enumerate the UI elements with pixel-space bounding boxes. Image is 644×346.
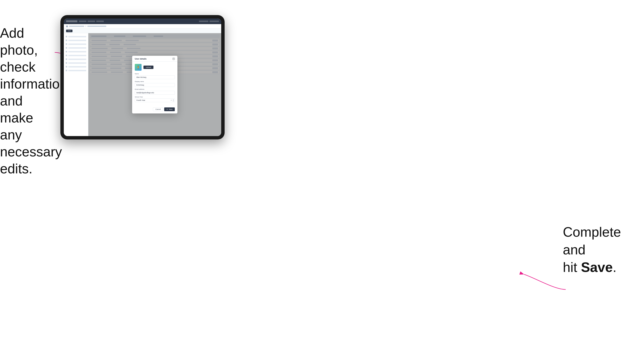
name-field-group: Name xyxy=(135,73,175,79)
sidebar-item-5[interactable] xyxy=(64,50,88,53)
breadcrumb-text-2 xyxy=(88,26,106,27)
sidebar-icon-1 xyxy=(66,36,67,37)
left-annotation: Add photo, check information and make an… xyxy=(0,24,58,177)
school-year-label: School Year xyxy=(135,96,175,98)
toolbar-button[interactable]: Users xyxy=(66,30,72,32)
content-area: User details × 🧍 xyxy=(64,33,221,136)
modal-body: 🧍 Upload Name xyxy=(132,62,178,106)
sidebar xyxy=(64,33,88,136)
modal-overlay: User details × 🧍 xyxy=(88,33,221,136)
header-right-item-2 xyxy=(210,20,219,22)
right-annotation: Complete and hit Save. xyxy=(563,223,642,276)
right-arrow xyxy=(520,271,570,293)
sidebar-label-2 xyxy=(68,40,86,41)
sidebar-label-9 xyxy=(68,66,86,67)
sidebar-item-10[interactable] xyxy=(64,69,88,72)
user-details-modal: User details × 🧍 xyxy=(132,56,178,113)
display-name-label: Display name xyxy=(135,81,175,82)
select-clear-button[interactable]: × xyxy=(171,99,172,101)
sidebar-icon-3 xyxy=(66,43,67,45)
name-input[interactable] xyxy=(135,75,175,79)
sidebar-label-4 xyxy=(68,47,86,49)
school-year-field-group: School Year × ▲ ▼ xyxy=(135,96,175,102)
breadcrumb-icon xyxy=(66,25,68,27)
cancel-button[interactable]: Cancel xyxy=(153,107,163,111)
save-button[interactable]: ⬆ Save xyxy=(164,107,175,111)
tablet-screen: Users xyxy=(64,18,221,136)
sidebar-item-3[interactable] xyxy=(64,42,88,46)
app-nav xyxy=(79,20,104,22)
nav-item-3 xyxy=(96,20,104,22)
sidebar-label-3 xyxy=(68,43,86,45)
school-year-select-wrapper: × ▲ ▼ xyxy=(135,98,175,102)
sidebar-label-5 xyxy=(68,51,86,52)
sidebar-item-1[interactable] xyxy=(64,35,88,38)
photo-section: 🧍 Upload xyxy=(135,64,175,71)
display-name-field-group: Display name xyxy=(135,81,175,87)
email-label: Email address xyxy=(135,88,175,90)
name-label: Name xyxy=(135,73,175,75)
main-content: User details × 🧍 xyxy=(88,33,221,136)
breadcrumb-text-1 xyxy=(69,26,84,27)
app-header xyxy=(64,18,221,24)
display-name-input[interactable] xyxy=(135,83,175,87)
sidebar-icon-10 xyxy=(66,70,67,71)
app-header-right xyxy=(199,20,219,22)
modal-close-button[interactable]: × xyxy=(172,58,175,60)
email-field-group: Email address xyxy=(135,88,175,95)
save-label: Save xyxy=(168,108,172,110)
sidebar-item-4[interactable] xyxy=(64,46,88,50)
sidebar-item-2[interactable] xyxy=(64,38,88,42)
sidebar-label-7 xyxy=(68,59,86,60)
sidebar-label-6 xyxy=(68,55,86,56)
select-arrow-down: ▼ xyxy=(173,100,174,102)
sidebar-icon-5 xyxy=(66,51,67,52)
sidebar-label-10 xyxy=(68,70,86,71)
app-logo xyxy=(66,20,78,22)
nav-item-1 xyxy=(79,20,86,22)
photo-thumb-inner: 🧍 xyxy=(135,64,142,71)
photo-person-icon: 🧍 xyxy=(136,66,140,69)
modal-footer: Cancel ⬆ Save xyxy=(132,106,178,113)
select-arrow-up: ▲ xyxy=(173,99,174,100)
breadcrumb xyxy=(64,24,221,29)
sidebar-label-1 xyxy=(68,36,86,37)
school-year-input[interactable] xyxy=(135,98,175,102)
sidebar-icon-7 xyxy=(66,58,67,60)
sidebar-item-6[interactable] xyxy=(64,53,88,57)
save-icon: ⬆ xyxy=(166,109,168,110)
modal-header: User details × xyxy=(132,56,178,62)
email-input[interactable] xyxy=(135,91,175,95)
user-photo-thumbnail: 🧍 xyxy=(135,64,142,71)
modal-title: User details xyxy=(135,58,146,60)
sidebar-icon-6 xyxy=(66,55,67,56)
sidebar-item-9[interactable] xyxy=(64,65,88,69)
nav-item-2 xyxy=(88,20,95,22)
upload-photo-button[interactable]: Upload xyxy=(144,66,154,69)
breadcrumb-separator xyxy=(85,26,86,27)
toolbar: Users xyxy=(64,29,221,33)
sidebar-icon-4 xyxy=(66,47,67,49)
sidebar-item-7[interactable] xyxy=(64,57,88,61)
sidebar-icon-8 xyxy=(66,62,67,64)
sidebar-item-8[interactable] xyxy=(64,61,88,65)
header-right-item-1 xyxy=(199,20,208,22)
sidebar-icon-9 xyxy=(66,66,67,67)
tablet-device: Users xyxy=(60,15,224,140)
sidebar-icon-2 xyxy=(66,40,67,41)
sidebar-label-8 xyxy=(68,62,86,64)
select-arrows: ▲ ▼ xyxy=(173,99,174,102)
